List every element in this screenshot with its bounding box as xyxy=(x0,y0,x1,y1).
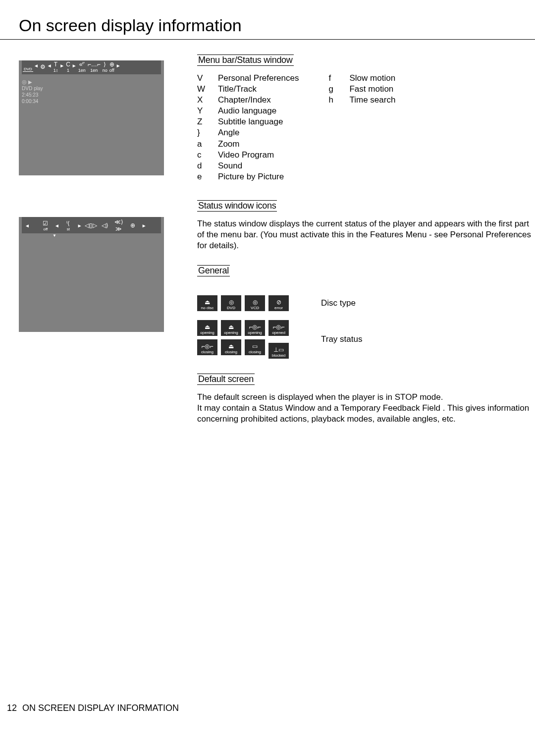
tray-icon: ▭ xyxy=(252,343,258,349)
osd1-cell-angle: ⟩no xyxy=(102,61,108,73)
osd2-cell-sound: ᴵ⟨st xyxy=(61,220,75,231)
tray-blocked-icon: ⊥▭ xyxy=(273,347,284,353)
heading-status-icons: Status window icons xyxy=(197,200,277,212)
disc-icon: ◎ xyxy=(253,299,258,305)
tile-dvd: ◎DVD xyxy=(221,295,241,311)
tile-opening: ⏏opening xyxy=(221,320,241,336)
tray-icon: ⏏ xyxy=(205,324,210,330)
osd1-cell-title: T1↕ xyxy=(53,61,59,73)
osd-screenshot-1: DVD ◄ ⚙ ◄ T1↕ ► C1 ► «ᑊ'1en ⌐…⌐1en ⟩no ⊕… xyxy=(19,60,164,175)
status-disc-type: DVD xyxy=(22,85,32,92)
dvd-badge: DVD xyxy=(23,66,33,72)
osd1-cell-zoom: ⊕off xyxy=(108,61,115,73)
tray-disc-icon: ⌐◎⌐ xyxy=(201,343,213,349)
tile-opened: ⌐◎⌐opened xyxy=(268,320,289,336)
tray-icon: ⏏ xyxy=(228,324,234,330)
arrow-down-icon: ▼ xyxy=(53,233,164,238)
default-screen-paragraph: The default screen is displayed when the… xyxy=(197,392,535,425)
tile-closing: ⌐◎⌐closing xyxy=(197,339,217,355)
tile-closing: ⏏closing xyxy=(221,339,241,355)
osd1-cell-subtitle: ⌐…⌐1en xyxy=(87,61,102,73)
status-icons-paragraph: The status window displays the current s… xyxy=(197,218,535,251)
page-number: 12 xyxy=(7,703,17,713)
tile-closing: ▭closing xyxy=(245,339,265,355)
arrow-right-icon: ► xyxy=(140,223,149,228)
heading-general: General xyxy=(197,265,230,276)
arrow-icon: ► xyxy=(59,63,65,68)
tile-error: ⊘error xyxy=(268,295,289,311)
disc-icon: ◎ xyxy=(229,299,234,305)
osd1-menu-bar: DVD ◄ ⚙ ◄ T1↕ ► C1 ► «ᑊ'1en ⌐…⌐1en ⟩no ⊕… xyxy=(22,60,161,74)
osd2-cell-fast: ≪⟩≫ xyxy=(112,218,126,232)
tile-opening: ⌐◎⌐opening xyxy=(245,320,265,336)
disc-type-label: Disc type xyxy=(321,298,356,308)
legend-col-2: fSlow motion gFast motion hTime search xyxy=(328,73,395,182)
tile-blocked: ⊥▭blocked xyxy=(268,343,289,359)
arrow-icon: ► xyxy=(75,223,84,228)
osd1-cell-chapter: C1 xyxy=(65,61,71,73)
tray-disc-icon: ⌐◎⌐ xyxy=(249,324,261,330)
osd1-status-box: ◎ ▶ DVD play 2:45:23 0:00:34 xyxy=(22,78,164,105)
osd1-cell-audio: «ᑊ'1en xyxy=(77,61,87,73)
page-title: On screen display information xyxy=(0,0,535,40)
status-elapsed-time: 0:00:34 xyxy=(22,98,164,105)
error-icon: ⊘ xyxy=(276,299,281,305)
status-play-label: play xyxy=(34,85,43,92)
page-footer: 12 ON SCREEN DISPLAY INFORMATION xyxy=(7,703,179,713)
play-icon: ▶ xyxy=(28,79,32,85)
footer-label: ON SCREEN DISPLAY INFORMATION xyxy=(22,703,179,713)
arrow-icon: ► xyxy=(71,63,77,68)
disc-icon: ◎ xyxy=(22,78,27,85)
tile-vcd: ◎VCD xyxy=(245,295,265,311)
left-column: DVD ◄ ⚙ ◄ T1↕ ► C1 ► «ᑊ'1en ⌐…⌐1en ⟩no ⊕… xyxy=(19,54,197,439)
osd2-menu-bar: ◄ ☑off ◄ ᴵ⟨st ► ◁▯▷ ◁⟩ ≪⟩≫ ⊕ ► xyxy=(22,217,161,233)
osd1-cell-prefs: ⚙ xyxy=(39,64,47,71)
osd2-cell-pbp: ◁▯▷ xyxy=(84,222,98,229)
arrow-left-icon: ◄ xyxy=(23,223,32,228)
legend-col-1: VPersonal Preferences WTitle/Track XChap… xyxy=(197,73,299,182)
osd-screenshot-2: ◄ ☑off ◄ ᴵ⟨st ► ◁▯▷ ◁⟩ ≪⟩≫ ⊕ ► ▼ xyxy=(19,217,164,332)
osd2-cell-slow: ◁⟩ xyxy=(98,222,112,229)
tray-icon: ⏏ xyxy=(228,343,234,349)
disc-type-tiles: ⏏no disc ◎DVD ◎VCD ⊘error xyxy=(197,295,301,311)
tray-icon: ⏏ xyxy=(205,299,210,305)
right-column: Menu bar/Status window VPersonal Prefere… xyxy=(197,54,535,439)
tile-opening: ⏏opening xyxy=(197,320,217,336)
tile-no-disc: ⏏no disc xyxy=(197,295,217,311)
tray-disc-icon: ⌐◎⌐ xyxy=(272,324,284,330)
arrow-icon: ◄ xyxy=(47,63,53,68)
osd2-cell-check: ☑off xyxy=(39,220,53,231)
heading-menu-bar: Menu bar/Status window xyxy=(197,54,294,66)
heading-default-screen: Default screen xyxy=(197,374,255,385)
status-total-time: 2:45:23 xyxy=(22,92,164,98)
arrow-left-icon: ◄ xyxy=(33,63,39,68)
arrow-right-icon: ► xyxy=(115,63,121,68)
tray-status-tiles: ⏏opening ⏏opening ⌐◎⌐opening ⌐◎⌐opened ⌐… xyxy=(197,320,301,359)
arrow-icon: ◄ xyxy=(53,223,61,228)
tray-status-label: Tray status xyxy=(321,334,362,344)
osd2-cell-time: ⊕ xyxy=(126,222,140,229)
